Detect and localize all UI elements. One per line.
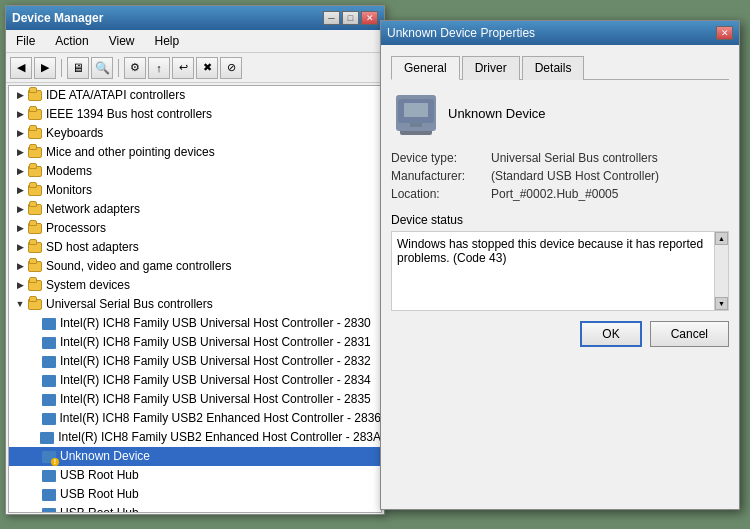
- expander-modems[interactable]: ▶: [13, 165, 27, 179]
- expander-usb[interactable]: ▼: [13, 298, 27, 312]
- properties-button[interactable]: ⚙: [124, 57, 146, 79]
- expander-root1: [27, 469, 41, 483]
- tree-item-mice[interactable]: ▶ Mice and other pointing devices: [9, 143, 381, 162]
- disable-button[interactable]: ⊘: [220, 57, 242, 79]
- tree-item-root2[interactable]: USB Root Hub: [9, 485, 381, 504]
- window-titlebar: Device Manager ─ □ ✕: [6, 6, 384, 30]
- dialog-close-button[interactable]: ✕: [716, 26, 733, 40]
- ok-button[interactable]: OK: [580, 321, 641, 347]
- tree-item-network[interactable]: ▶ Network adapters: [9, 200, 381, 219]
- rollback-button[interactable]: ↩: [172, 57, 194, 79]
- menu-action[interactable]: Action: [49, 32, 94, 50]
- tree-item-processors[interactable]: ▶ Processors: [9, 219, 381, 238]
- tree-item-usb5[interactable]: Intel(R) ICH8 Family USB Universal Host …: [9, 390, 381, 409]
- expander-ieee[interactable]: ▶: [13, 108, 27, 122]
- scan-button[interactable]: 🔍: [91, 57, 113, 79]
- uninstall-button[interactable]: ✖: [196, 57, 218, 79]
- expander-sdhost[interactable]: ▶: [13, 241, 27, 255]
- folder-icon-system: [27, 278, 43, 294]
- tree-item-system[interactable]: ▶ System devices: [9, 276, 381, 295]
- expander-ide[interactable]: ▶: [13, 89, 27, 103]
- expander-keyboards[interactable]: ▶: [13, 127, 27, 141]
- tree-item-ide[interactable]: ▶ IDE ATA/ATAPI controllers: [9, 86, 381, 105]
- device-manager-window: Device Manager ─ □ ✕ File Action View He…: [5, 5, 385, 515]
- minimize-button[interactable]: ─: [323, 11, 340, 25]
- tree-item-usb[interactable]: ▼ Universal Serial Bus controllers: [9, 295, 381, 314]
- dialog-title: Unknown Device Properties: [387, 26, 535, 40]
- menu-bar: File Action View Help: [6, 30, 384, 53]
- device-icon-root2: [41, 487, 57, 503]
- tree-item-usb4[interactable]: Intel(R) ICH8 Family USB Universal Host …: [9, 371, 381, 390]
- folder-icon-monitors: [27, 183, 43, 199]
- value-manufacturer: (Standard USB Host Controller): [491, 169, 659, 183]
- expander-system[interactable]: ▶: [13, 279, 27, 293]
- cancel-button[interactable]: Cancel: [650, 321, 729, 347]
- tree-item-root1[interactable]: USB Root Hub: [9, 466, 381, 485]
- expander-usb4: [27, 374, 41, 388]
- value-device-type: Universal Serial Bus controllers: [491, 151, 658, 165]
- menu-view[interactable]: View: [103, 32, 141, 50]
- tree-item-root3[interactable]: USB Root Hub: [9, 504, 381, 513]
- tab-details[interactable]: Details: [522, 56, 585, 80]
- device-icon-usb5: [41, 392, 57, 408]
- device-icon-usb6: [41, 411, 57, 427]
- expander-network[interactable]: ▶: [13, 203, 27, 217]
- maximize-button[interactable]: □: [342, 11, 359, 25]
- expander-monitors[interactable]: ▶: [13, 184, 27, 198]
- close-button[interactable]: ✕: [361, 11, 378, 25]
- tree-label-monitors: Monitors: [46, 182, 92, 199]
- update-button[interactable]: ↑: [148, 57, 170, 79]
- tree-label-system: System devices: [46, 277, 130, 294]
- tree-item-sdhost[interactable]: ▶ SD host adapters: [9, 238, 381, 257]
- tree-item-usb3[interactable]: Intel(R) ICH8 Family USB Universal Host …: [9, 352, 381, 371]
- tree-item-usb2[interactable]: Intel(R) ICH8 Family USB Universal Host …: [9, 333, 381, 352]
- device-status-text: Windows has stopped this device because …: [397, 237, 707, 265]
- expander-unknown: [27, 450, 41, 464]
- scroll-down-button[interactable]: ▼: [715, 297, 728, 310]
- menu-help[interactable]: Help: [149, 32, 186, 50]
- forward-button[interactable]: ▶: [34, 57, 56, 79]
- expander-mice[interactable]: ▶: [13, 146, 27, 160]
- tree-label-unknown: Unknown Device: [60, 448, 150, 465]
- tree-item-usb1[interactable]: Intel(R) ICH8 Family USB Universal Host …: [9, 314, 381, 333]
- tree-item-keyboards[interactable]: ▶ Keyboards: [9, 124, 381, 143]
- tree-label-usb5: Intel(R) ICH8 Family USB Universal Host …: [60, 391, 371, 408]
- folder-icon-processors: [27, 221, 43, 237]
- computer-button[interactable]: 🖥: [67, 57, 89, 79]
- tab-general[interactable]: General: [391, 56, 460, 80]
- folder-icon-ieee: [27, 107, 43, 123]
- warning-device-icon-unknown: !: [41, 449, 57, 465]
- expander-usb1: [27, 317, 41, 331]
- device-tree[interactable]: ▶ IDE ATA/ATAPI controllers ▶ IEEE 1394 …: [8, 85, 382, 513]
- back-button[interactable]: ◀: [10, 57, 32, 79]
- dialog-window-controls: ✕: [716, 26, 733, 40]
- folder-icon-sdhost: [27, 240, 43, 256]
- scroll-up-button[interactable]: ▲: [715, 232, 728, 245]
- tree-label-modems: Modems: [46, 163, 92, 180]
- info-row-type: Device type: Universal Serial Bus contro…: [391, 151, 729, 165]
- tree-item-sound[interactable]: ▶ Sound, video and game controllers: [9, 257, 381, 276]
- properties-dialog: Unknown Device Properties ✕ General Driv…: [380, 20, 740, 510]
- tab-driver[interactable]: Driver: [462, 56, 520, 80]
- tree-label-ide: IDE ATA/ATAPI controllers: [46, 87, 185, 104]
- expander-processors[interactable]: ▶: [13, 222, 27, 236]
- expander-sound[interactable]: ▶: [13, 260, 27, 274]
- device-name-header: Unknown Device: [448, 106, 546, 121]
- expander-root3: [27, 507, 41, 514]
- window-controls: ─ □ ✕: [323, 11, 378, 25]
- tree-item-ieee[interactable]: ▶ IEEE 1394 Bus host controllers: [9, 105, 381, 124]
- device-icon-root3: [41, 506, 57, 514]
- tree-item-usb7[interactable]: Intel(R) ICH8 Family USB2 Enhanced Host …: [9, 428, 381, 447]
- value-location: Port_#0002.Hub_#0005: [491, 187, 618, 201]
- status-scrollbar[interactable]: ▲ ▼: [714, 232, 728, 310]
- tree-item-modems[interactable]: ▶ Modems: [9, 162, 381, 181]
- dialog-buttons: OK Cancel: [391, 321, 729, 347]
- tree-label-mice: Mice and other pointing devices: [46, 144, 215, 161]
- tree-item-unknown[interactable]: ! Unknown Device: [9, 447, 381, 466]
- menu-file[interactable]: File: [10, 32, 41, 50]
- toolbar-separator-2: [118, 59, 119, 77]
- tree-item-monitors[interactable]: ▶ Monitors: [9, 181, 381, 200]
- device-header: Unknown Device: [391, 90, 729, 136]
- tree-item-usb6[interactable]: Intel(R) ICH8 Family USB2 Enhanced Host …: [9, 409, 381, 428]
- tree-label-root1: USB Root Hub: [60, 467, 139, 484]
